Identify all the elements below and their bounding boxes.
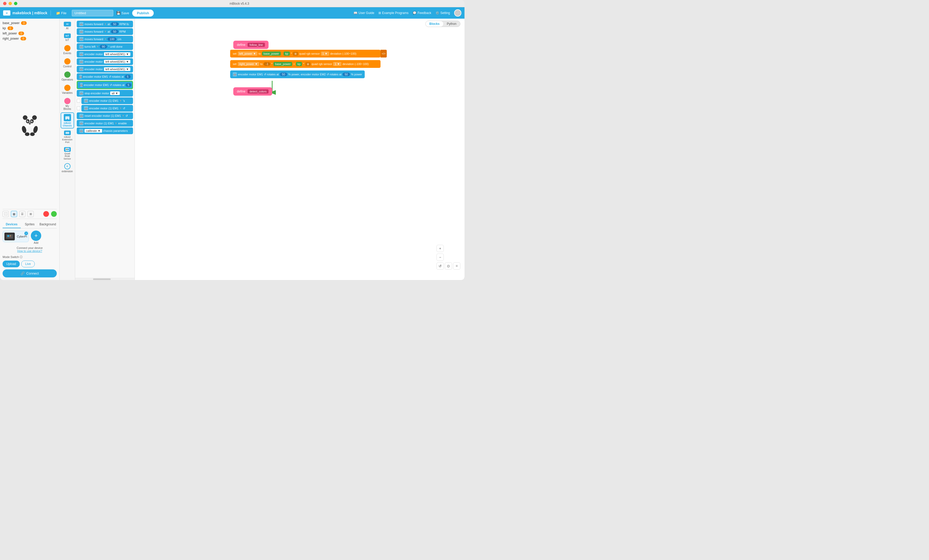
close-button[interactable] (3, 2, 6, 5)
motor-icon-9: 🤖 (80, 83, 83, 87)
block-encoder-cb-1[interactable]: 🤖 encoder motor (1) EM1 ▼ 's (81, 97, 133, 104)
checkbox-1[interactable] (77, 99, 80, 103)
mbot-chassis-label: mBot2 Chassis (62, 122, 72, 127)
block-stop-encoder[interactable]: 🤖 stop encoder motor all ▼ (77, 90, 133, 96)
block-encoder-motor-3[interactable]: 🤖 encoder motor left wheel(EM1) ▼ (77, 66, 133, 72)
connect-hint: Connect your device (3, 246, 57, 249)
how-to-link[interactable]: How to use device? (3, 249, 57, 252)
live-mode-btn[interactable]: Live (21, 260, 35, 267)
publish-button[interactable]: Publish (132, 9, 154, 17)
sensor-num-2[interactable]: 1 ▼ (333, 62, 341, 66)
kp-val-1: kp (284, 52, 290, 56)
project-title-input[interactable] (72, 10, 113, 16)
reset-view-btn[interactable]: ↺ (437, 262, 444, 270)
motor-em1-em2-block[interactable]: 🤖 encoder motor EM1 ↺ rotates at 50 % po… (230, 70, 365, 78)
block-encoder-motor-2[interactable]: 🤖 encoder motor left wheel(EM1) ▼ (77, 58, 133, 65)
palette-iot[interactable]: IoT IoT (61, 32, 74, 43)
zoom-in-btn[interactable]: + (437, 245, 444, 252)
minimize-button[interactable] (9, 2, 12, 5)
expand-icon[interactable]: ⛶ (3, 211, 9, 217)
tile-view-icon[interactable]: ⊞ (28, 211, 34, 217)
add-device-btn[interactable]: + Add (31, 231, 41, 244)
block-encoder-motor-1[interactable]: 🤖 encoder motor left wheel(EM1) ▼ (77, 51, 133, 58)
set-left-power-block[interactable]: set left_power ▼ to base_power - kp * ⊞ … (230, 50, 380, 58)
maximize-button[interactable] (14, 2, 17, 5)
block-encoder-enable[interactable]: 🤖 encoder motor (1) EM1 ▼ enable (77, 120, 133, 127)
define-follow-line-block[interactable]: define follow_line (233, 41, 268, 49)
palette-operators[interactable]: Operators (61, 70, 74, 83)
zoom-out-btn[interactable]: − (437, 254, 444, 261)
tab-python[interactable]: Python (443, 21, 460, 27)
left-power-dropdown[interactable]: left_power ▼ (238, 52, 258, 56)
user-guide-link[interactable]: 📖 User Guide (354, 11, 374, 15)
block-encoder-cb-2[interactable]: 🤖 encoder motor (1) EM1 ▼ ↺ (81, 105, 133, 112)
avatar[interactable] (454, 9, 461, 17)
stop-button[interactable] (43, 211, 49, 217)
block-encoder-em1-rotates-highlighted[interactable]: 🤖 encoder motor EM1 ↺ rotates at 5 (77, 81, 133, 89)
center-view-btn[interactable]: ⊙ (445, 262, 452, 270)
tab-sprites[interactable]: Sprites (21, 221, 39, 228)
example-programs-link[interactable]: ⊞ Example Programs (379, 11, 409, 15)
grid-view-icon[interactable]: ▦ (11, 211, 17, 217)
extension-btn[interactable]: + extension (61, 162, 74, 174)
remove-device-icon[interactable]: × (25, 231, 28, 235)
motor-icon-6: 🤖 (79, 60, 83, 64)
motor-icon-2: 🤖 (79, 29, 83, 34)
palette-quad-rgb[interactable]: Quad RGB Sensor (61, 145, 74, 162)
palette-variables[interactable]: Variables (61, 83, 74, 96)
tab-blocks[interactable]: Blocks (426, 21, 443, 27)
file-menu[interactable]: 📁 File (54, 10, 69, 16)
palette-mbot2-ext[interactable]: mBot2 Extension Port (61, 129, 74, 145)
sensor-num-1[interactable]: 1 ▼ (321, 52, 329, 56)
block-reset-encoder[interactable]: 🤖 reset encoder motor (1) EM1 ▼ ↺ (77, 112, 133, 119)
svg-point-9 (32, 121, 33, 121)
block-canvas[interactable]: Blocks Python define follow_line line se… (135, 18, 464, 280)
panda-mascot (3, 42, 57, 209)
equals-btn[interactable]: = (453, 262, 460, 270)
extension-label: extension (62, 170, 73, 173)
block-encoder-em1-rotates-1[interactable]: 🤖 encoder motor EM1 ↺ rotates at 5 (77, 73, 133, 80)
palette-events[interactable]: Events (61, 43, 74, 56)
tab-devices[interactable]: Devices (3, 221, 21, 228)
block-moves-forward-rpm-fo[interactable]: 🤖 moves forward ▼ at 50 RPM fo (77, 21, 133, 28)
connect-button[interactable]: 🔗 Connect (3, 269, 57, 277)
save-button[interactable]: 💾 Save (117, 11, 129, 15)
feedback-link[interactable]: 💬 Feedback (412, 11, 431, 15)
define-detect-colors-block[interactable]: define detect_colors (233, 87, 272, 96)
svg-point-21 (65, 118, 67, 120)
file-label: File (61, 11, 67, 15)
code-toggle-1[interactable]: </> (380, 50, 387, 58)
var-kp: kp 0 (3, 26, 57, 30)
base-power-val-1: base_power (262, 52, 281, 56)
traffic-lights (3, 2, 17, 5)
block-turns-left[interactable]: 🤖 turns left ▼ 90 ° until done (77, 43, 133, 50)
list-view-icon[interactable]: ☰ (19, 211, 25, 217)
cyberpi-device[interactable]: × CyberPi (3, 231, 29, 242)
extra-controls: ↺ ⊙ = (437, 262, 460, 270)
scrollbar-h[interactable] (75, 278, 135, 280)
right-power-dropdown[interactable]: right_power ▼ (238, 62, 259, 66)
block-moves-forward-rpm[interactable]: 🤖 moves forward ▼ at 50 RPM (77, 28, 133, 35)
setting-link[interactable]: ⚙️ Setting (435, 11, 450, 15)
logo-icon: M (3, 10, 11, 15)
motor-icon-3: 🤖 (79, 37, 83, 41)
cyberpi-label: CyberPi (17, 235, 27, 238)
go-button[interactable] (51, 211, 57, 217)
block-moves-forward-cm[interactable]: 🤖 moves forward ▼ 100 cm (77, 36, 133, 43)
palette-ai[interactable]: AI AI (61, 20, 74, 31)
palette-control[interactable]: Control (61, 57, 74, 69)
block-calibrate[interactable]: 🤖 calibrate ▼ chassis parameters (77, 127, 133, 134)
motor-icon-12: 🤖 (84, 106, 88, 110)
set-right-power-block[interactable]: set right_power ▼ to -1 * base_power + k… (230, 60, 380, 68)
define-label-2: define (237, 90, 245, 93)
link-icon: 🔗 (20, 271, 25, 275)
add-device-circle[interactable]: + (31, 231, 41, 241)
save-label: Save (121, 11, 129, 15)
tab-background[interactable]: Background (38, 221, 57, 228)
svg-point-2 (23, 115, 28, 120)
palette-my-blocks[interactable]: My Blocks (61, 96, 74, 112)
svg-point-26 (67, 149, 68, 150)
checkbox-2[interactable] (77, 106, 80, 110)
upload-mode-btn[interactable]: Upload (3, 260, 20, 267)
palette-mbot2-chassis[interactable]: mBot2 Chassis (61, 112, 74, 129)
